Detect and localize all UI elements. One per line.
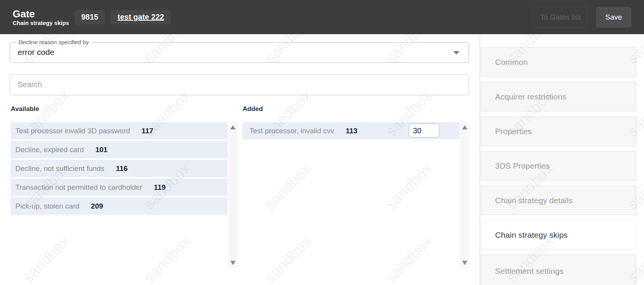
chevron-down-icon[interactable] xyxy=(453,51,459,55)
added-list: Test processor, invalid cvv 113 xyxy=(243,122,459,141)
added-title: Added xyxy=(243,105,263,113)
available-item-label: Decline, not sufficient funds xyxy=(15,164,104,173)
skip-value-input[interactable] xyxy=(409,124,439,138)
available-item-label: Pick-up, stolen card xyxy=(15,202,79,210)
added-item-label: Test processor, invalid cvv xyxy=(249,127,334,135)
available-item-code: 117 xyxy=(142,127,154,135)
available-item[interactable]: Decline, expired card 101 xyxy=(10,141,228,158)
available-item-code: 101 xyxy=(95,146,107,154)
sidebar-item-acquirer-restrictions[interactable]: Acquirer restrictions xyxy=(481,82,636,111)
available-item-label: Test processor invalid 3D password xyxy=(15,127,130,135)
sidebar-divider xyxy=(480,34,480,285)
sidebar-item-3ds-properties[interactable]: 3DS Properties xyxy=(481,151,636,181)
save-button[interactable]: Save xyxy=(596,7,631,28)
decline-reason-value: error code xyxy=(18,48,54,57)
watermark-text: sandbox xyxy=(240,212,335,285)
gate-id-badge: 9815 xyxy=(74,10,106,25)
available-scrollbar[interactable] xyxy=(228,122,238,268)
available-item-code: 209 xyxy=(91,202,103,210)
gate-name-link[interactable]: test gate 222 xyxy=(111,10,171,25)
sidebar-item-chain-strategy-skips[interactable]: Chain strategy skips xyxy=(481,220,636,250)
app-title: Gate xyxy=(13,8,69,20)
sidebar-item-properties[interactable]: Properties xyxy=(481,116,636,146)
sidebar-item-common[interactable]: Common xyxy=(481,47,636,77)
available-item-label: Transaction not permitted to cardholder xyxy=(15,183,142,192)
available-list: Test processor invalid 3D password 117 D… xyxy=(10,122,228,216)
watermark-text: sandbox xyxy=(0,212,94,285)
added-item[interactable]: Test processor, invalid cvv 113 xyxy=(243,122,459,139)
available-item[interactable]: Decline, not sufficient funds 116 xyxy=(10,160,228,177)
sidebar-item-chain-strategy-details[interactable]: Chain strategy details xyxy=(481,186,636,215)
search-input[interactable] xyxy=(10,74,469,95)
app-subtitle: Chain strategy skips xyxy=(13,20,69,27)
to-gates-list-button[interactable]: To Gates list xyxy=(533,7,588,28)
available-title: Available xyxy=(11,105,39,113)
decline-reason-select[interactable]: Decline reason specified by error code xyxy=(10,42,469,63)
available-item-code: 116 xyxy=(116,164,128,173)
page-title: Gate Chain strategy skips xyxy=(13,8,69,27)
watermark-text: sandbox xyxy=(361,212,456,285)
available-item[interactable]: Transaction not permitted to cardholder … xyxy=(10,179,228,196)
page: Gate Chain strategy skips 9815 test gate… xyxy=(0,0,644,285)
scroll-up-icon[interactable] xyxy=(462,125,467,129)
sidebar: Common Acquirer restrictions Properties … xyxy=(481,47,636,285)
watermark-text: sandbox xyxy=(119,212,214,285)
available-item-label: Decline, expired card xyxy=(15,146,84,154)
added-item-code: 113 xyxy=(346,127,358,135)
decline-reason-label: Decline reason specified by xyxy=(16,39,91,45)
watermark-text: sandbox xyxy=(361,139,456,234)
available-item[interactable]: Test processor invalid 3D password 117 xyxy=(10,122,228,139)
available-item-code: 119 xyxy=(154,183,166,192)
watermark-text: sandbox xyxy=(240,139,335,234)
sidebar-item-settlement-settings[interactable]: Settlement settings xyxy=(481,255,636,285)
scroll-down-icon[interactable] xyxy=(230,261,236,265)
added-scrollbar[interactable] xyxy=(460,122,469,268)
scroll-down-icon[interactable] xyxy=(462,261,467,265)
available-item[interactable]: Pick-up, stolen card 209 xyxy=(10,197,228,215)
scroll-up-icon[interactable] xyxy=(230,125,236,129)
app-header: Gate Chain strategy skips 9815 test gate… xyxy=(0,0,644,34)
